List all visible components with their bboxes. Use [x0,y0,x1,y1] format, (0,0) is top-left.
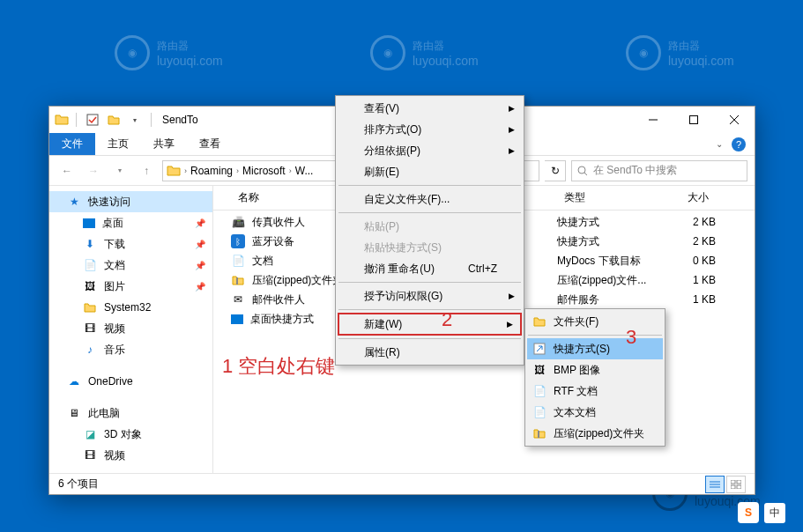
svg-rect-14 [737,485,741,489]
svg-rect-11 [731,480,735,484]
menu-new-shortcut[interactable]: 快捷方式(S) [527,338,663,359]
folder-icon [167,164,181,178]
svg-rect-12 [737,480,741,484]
svg-rect-2 [690,116,698,124]
menu-separator [338,338,521,339]
desktop-icon [231,314,243,324]
pin-icon: 📌 [195,240,205,249]
ribbon-expand-icon[interactable]: ⌄ [716,139,723,149]
menu-customize[interactable]: 自定义文件夹(F)... [338,188,522,210]
breadcrumb-item[interactable]: W... [295,165,314,177]
details-view-icon[interactable] [705,476,725,493]
col-size[interactable]: 大小 [663,190,716,205]
sidebar-item-videos2[interactable]: 🎞 视频 [49,445,212,466]
folder-icon [532,314,546,329]
sidebar-onedrive[interactable]: ☁ OneDrive [49,371,212,392]
menu-separator [338,282,521,283]
up-button[interactable]: ↑ [136,160,157,181]
refresh-button[interactable]: ↻ [545,160,566,181]
txt-icon: 📄 [532,405,546,419]
svg-rect-0 [87,115,98,125]
breadcrumb-item[interactable]: Microsoft [242,165,286,177]
folder-icon [55,113,69,127]
menu-sort[interactable]: 排序方式(O)▶ [338,119,522,140]
folder-icon [83,300,97,314]
col-type[interactable]: 类型 [557,190,663,205]
bluetooth-icon: ᛒ [231,234,245,248]
mail-icon: ✉ [231,292,245,307]
sidebar-quick-access[interactable]: ★ 快速访问 [49,191,212,212]
sidebar-item-3d[interactable]: ◪ 3D 对象 [49,424,212,445]
ime-mode: 中 [764,503,785,523]
menu-paste-shortcut: 粘贴快捷方式(S) [338,237,522,258]
zip-icon [532,426,546,440]
sidebar-item-downloads[interactable]: ⬇ 下载📌 [49,233,212,255]
tab-view[interactable]: 查看 [187,133,233,155]
menu-group[interactable]: 分组依据(P)▶ [338,140,522,161]
watermark: ◉ 路由器luyouqi.com [626,35,734,70]
menu-separator [338,185,521,186]
watermark: ◉ 路由器luyouqi.com [370,35,479,70]
sidebar-item-music[interactable]: ♪ 音乐 [49,339,212,360]
desktop-icon [83,218,95,228]
sidebar-item-system32[interactable]: System32 [49,297,212,318]
help-icon[interactable]: ? [732,137,746,151]
menu-new-rtf[interactable]: 📄RTF 文档 [527,381,663,402]
menu-new-folder[interactable]: 文件夹(F) [527,311,663,332]
icons-view-icon[interactable] [726,476,746,493]
menu-separator [338,309,521,310]
tab-home[interactable]: 主页 [95,133,141,155]
star-icon: ★ [67,195,81,209]
pin-icon: 📌 [195,282,205,292]
sidebar-item-pictures[interactable]: 🖼 图片📌 [49,276,212,297]
shortcut-icon [532,342,546,356]
rtf-icon: 📄 [532,384,546,398]
download-icon: ⬇ [83,237,97,251]
music-icon: ♪ [83,343,97,357]
maximize-button[interactable] [673,107,714,133]
qat-checkbox-icon[interactable] [84,111,101,129]
minimize-button[interactable] [633,107,673,133]
menu-new[interactable]: 新建(W)▶ [338,313,522,336]
statusbar: 6 个项目 [49,473,755,494]
menu-view[interactable]: 查看(V)▶ [338,98,522,119]
menu-refresh[interactable]: 刷新(E) [338,161,522,182]
forward-button[interactable]: → [83,160,104,181]
recent-button[interactable]: ▾ [109,160,130,181]
menu-grant[interactable]: 授予访问权限(G)▶ [338,285,522,307]
pin-icon: 📌 [195,218,205,228]
sidebar: ★ 快速访问 桌面📌 ⬇ 下载📌 📄 文档📌 🖼 图片📌 [49,186,213,473]
sidebar-item-videos[interactable]: 🎞 视频 [49,318,212,339]
back-button[interactable]: ← [56,160,78,181]
search-input[interactable]: 在 SendTo 中搜索 [571,160,747,181]
sidebar-item-documents[interactable]: 📄 文档📌 [49,255,212,276]
sidebar-thispc[interactable]: 🖥 此电脑 [49,403,212,424]
document-icon: 📄 [83,258,97,272]
menu-separator [528,335,662,336]
tab-share[interactable]: 共享 [141,133,187,155]
menu-paste: 粘贴(P) [338,216,522,237]
window-title: SendTo [162,114,198,126]
zip-icon [231,273,245,287]
qat-folder-icon[interactable] [105,111,123,129]
svg-rect-16 [538,431,539,438]
status-text: 6 个项目 [58,477,99,491]
breadcrumb-item[interactable]: Roaming [190,165,233,177]
video-icon: 🎞 [83,321,97,336]
menu-separator [338,212,521,213]
ime-indicator[interactable]: S 中 [738,502,785,523]
menu-properties[interactable]: 属性(R) [338,342,522,363]
close-button[interactable] [714,107,755,133]
menu-new-txt[interactable]: 📄文本文档 [527,402,663,423]
menu-new-bmp[interactable]: 🖼BMP 图像 [527,359,663,381]
pc-icon: 🖥 [67,406,81,420]
menu-new-zip[interactable]: 压缩(zipped)文件夹 [527,423,663,444]
tab-file[interactable]: 文件 [49,133,95,155]
bmp-icon: 🖼 [532,363,546,377]
sidebar-item-desktop[interactable]: 桌面📌 [49,212,212,233]
pin-icon: 📌 [195,261,205,270]
search-icon [577,166,588,176]
qat-dropdown-icon[interactable]: ▾ [126,111,144,129]
menu-undo[interactable]: 撤消 重命名(U)Ctrl+Z [338,258,522,279]
svg-point-5 [578,166,585,174]
